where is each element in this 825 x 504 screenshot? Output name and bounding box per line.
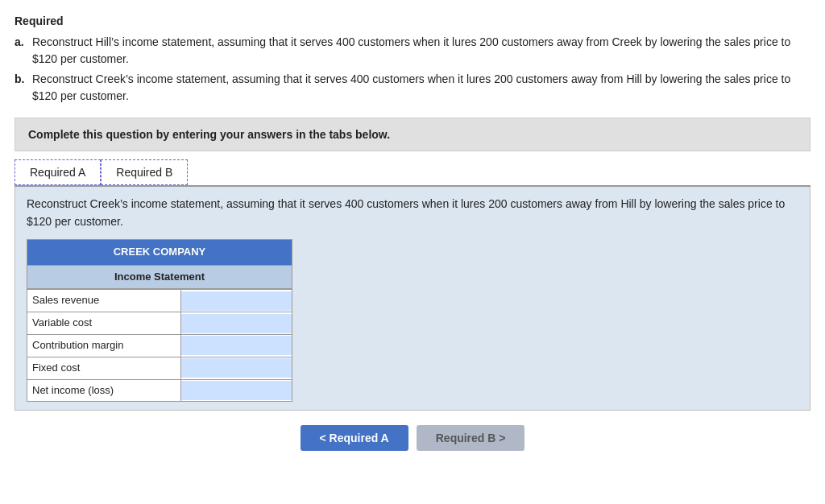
input-cell-net-income[interactable]	[181, 379, 292, 402]
instruction-a-label: a.	[15, 34, 29, 68]
table-row: Variable cost	[27, 312, 292, 335]
input-cell-fixed-cost[interactable]	[181, 357, 292, 379]
tab-content-area: Reconstruct Creek’s income statement, as…	[15, 187, 810, 411]
input-cell-contribution-margin[interactable]	[181, 334, 292, 357]
instruction-b-label: b.	[15, 71, 29, 105]
tabs-row: Required A Required B	[15, 159, 810, 187]
instruction-a-text: Reconstruct Hill’s income statement, ass…	[29, 34, 810, 68]
required-heading: Required	[15, 14, 810, 27]
prev-button[interactable]: < Required A	[301, 425, 408, 451]
income-statement-table: CREEK COMPANY Income Statement	[27, 239, 292, 290]
statement-title: Income Statement	[27, 265, 292, 289]
table-row: Fixed cost	[27, 357, 292, 379]
next-button[interactable]: Required B >	[417, 425, 525, 451]
complete-box: Complete this question by entering your …	[15, 118, 810, 151]
table-row: Net income (loss)	[27, 379, 292, 402]
input-cell-sales-revenue[interactable]	[181, 290, 292, 312]
row-label-net-income: Net income (loss)	[27, 379, 181, 402]
income-table-wrap: CREEK COMPANY Income Statement Sales rev…	[27, 239, 798, 403]
instruction-b-text: Reconstruct Creek’s income statement, as…	[29, 71, 810, 105]
input-cell-variable-cost[interactable]	[181, 312, 292, 335]
input-variable-cost[interactable]	[181, 314, 292, 333]
input-net-income[interactable]	[181, 381, 292, 400]
row-label-sales-revenue: Sales revenue	[27, 290, 181, 312]
instructions: a. Reconstruct Hill’s income statement, …	[15, 34, 810, 105]
tab-content-text: Reconstruct Creek’s income statement, as…	[27, 197, 785, 228]
income-rows-table: Sales revenue Variable cost Contribution…	[27, 289, 292, 402]
input-fixed-cost[interactable]	[181, 358, 292, 378]
row-label-fixed-cost: Fixed cost	[27, 357, 181, 379]
input-contribution-margin[interactable]	[181, 336, 292, 355]
company-name: CREEK COMPANY	[27, 239, 292, 265]
tab-required-a[interactable]: Required A	[15, 159, 101, 185]
table-row: Sales revenue	[27, 290, 292, 312]
tab-required-b[interactable]: Required B	[101, 159, 188, 185]
nav-buttons: < Required A Required B >	[15, 425, 810, 451]
input-sales-revenue[interactable]	[181, 291, 292, 311]
row-label-variable-cost: Variable cost	[27, 312, 181, 335]
row-label-contribution-margin: Contribution margin	[27, 334, 181, 357]
table-row: Contribution margin	[27, 334, 292, 357]
